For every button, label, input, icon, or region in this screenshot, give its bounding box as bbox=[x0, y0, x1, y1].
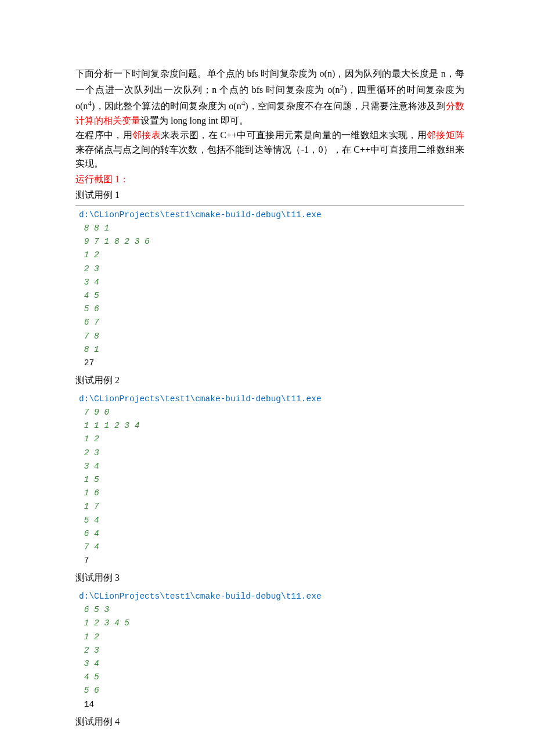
document-page: 下面分析一下时间复杂度问题。单个点的 bfs 时间复杂度为 o(n)，因为队列的… bbox=[0, 0, 534, 756]
exe-path: d:\CLionProjects\test1\cmake-build-debug… bbox=[79, 592, 322, 601]
text: ，四重循环的时间复杂度为 bbox=[347, 85, 464, 95]
text: ，因此整个算法的时间复杂度为 bbox=[95, 101, 229, 111]
program-output: 27 bbox=[79, 358, 94, 368]
code-block-3: d:\CLionProjects\test1\cmake-build-debug… bbox=[75, 588, 464, 712]
program-input: 8 8 1 9 7 1 8 2 3 6 1 2 2 3 3 4 4 5 5 6 … bbox=[79, 224, 150, 354]
text-latin: o(n4) bbox=[75, 101, 95, 111]
text: ， bbox=[309, 145, 318, 154]
paragraph-complexity: 下面分析一下时间复杂度问题。单个点的 bfs 时间复杂度为 o(n)，因为队列的… bbox=[75, 67, 464, 128]
code-block-1: d:\CLionProjects\test1\cmake-build-debug… bbox=[75, 205, 464, 371]
text: 时间复杂度为 bbox=[258, 69, 319, 78]
text-latin: bfs bbox=[247, 69, 259, 78]
program-input: 6 5 3 1 2 3 4 5 1 2 2 3 3 4 4 5 5 6 bbox=[79, 605, 129, 695]
text-highlight: 邻接矩阵 bbox=[427, 130, 464, 140]
text: 来存储点与点之间的转车次数，包括不能到达等情况（ bbox=[75, 145, 301, 154]
exe-path: d:\CLionProjects\test1\cmake-build-debug… bbox=[79, 210, 322, 219]
program-output: 7 bbox=[79, 556, 89, 565]
program-output: 14 bbox=[79, 700, 94, 709]
testcase-4-label: 测试用例 4 bbox=[75, 715, 464, 729]
text-latin: n bbox=[441, 69, 446, 78]
text: 时间复杂度为 bbox=[263, 85, 327, 95]
text: 个点的 bbox=[217, 85, 251, 95]
caption-text: 运行截图 1： bbox=[75, 174, 129, 184]
program-input: 7 9 0 1 1 1 2 3 4 1 2 2 3 3 4 1 5 1 6 1 … bbox=[79, 408, 139, 552]
testcase-1-label: 测试用例 1 bbox=[75, 188, 464, 203]
text-latin: long long int bbox=[171, 116, 218, 125]
code-block-2: d:\CLionProjects\test1\cmake-build-debug… bbox=[75, 390, 464, 568]
text-latin: -1 bbox=[301, 145, 309, 154]
text: ，因为队列的最大长度是 bbox=[335, 69, 441, 78]
text-latin: o(n4) bbox=[229, 101, 248, 111]
testcase-2-label: 测试用例 2 bbox=[75, 373, 464, 388]
text-latin: C++ bbox=[220, 130, 237, 140]
text-latin: bfs bbox=[252, 85, 264, 95]
screenshot-caption: 运行截图 1： bbox=[75, 172, 464, 187]
text: ，空间复杂度不存在问题，只需要注意将涉及到 bbox=[248, 101, 446, 111]
text: ），在 bbox=[323, 145, 353, 154]
exe-path: d:\CLionProjects\test1\cmake-build-debug… bbox=[79, 394, 322, 404]
text: 下面分析一下时间复杂度问题。单个点的 bbox=[75, 69, 247, 78]
text: 即可。 bbox=[218, 116, 248, 125]
text: 中可直接用元素是向量的一维数组来实现，用 bbox=[237, 130, 427, 140]
text-highlight: 邻接表 bbox=[132, 130, 161, 140]
testcase-3-label: 测试用例 3 bbox=[75, 571, 464, 585]
paragraph-datastruct: 在程序中，用邻接表来表示图，在 C++中可直接用元素是向量的一维数组来实现，用邻… bbox=[75, 128, 464, 171]
text: 在程序中，用 bbox=[75, 130, 132, 140]
text: 设置为 bbox=[140, 116, 171, 125]
text-latin: o(n2) bbox=[327, 85, 347, 95]
text: 来表示图，在 bbox=[161, 130, 220, 140]
text-latin: o(n) bbox=[320, 69, 335, 78]
text-latin: C++ bbox=[353, 145, 370, 154]
